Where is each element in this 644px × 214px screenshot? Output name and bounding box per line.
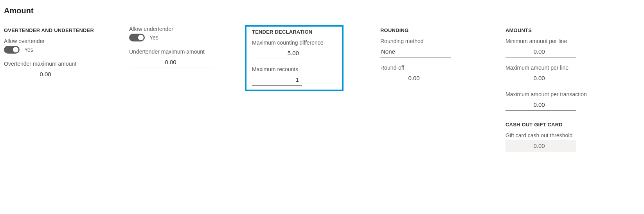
allow-undertender-toggle-text: Yes bbox=[149, 34, 158, 41]
allow-undertender-toggle[interactable] bbox=[129, 34, 145, 41]
toggle-knob bbox=[138, 35, 144, 40]
amounts-heading: AMOUNTS bbox=[505, 27, 631, 33]
allow-overtender-field: Allow overtender Yes bbox=[4, 38, 129, 54]
max-amount-per-line-label: Maximum amount per line bbox=[505, 65, 631, 71]
column-undertender: Allow undertender Yes Undertender maximu… bbox=[129, 27, 252, 75]
section-divider bbox=[4, 21, 640, 21]
allow-overtender-toggle-text: Yes bbox=[24, 47, 33, 53]
allow-undertender-label: Allow undertender bbox=[129, 26, 252, 32]
roundoff-input[interactable]: 0.00 bbox=[380, 72, 451, 84]
max-counting-diff-field: Maximum counting difference 5.00 bbox=[252, 40, 336, 59]
max-recounts-input[interactable]: 1 bbox=[252, 74, 302, 86]
max-amount-per-line-field: Maximum amount per line 0.00 bbox=[505, 65, 631, 84]
max-amount-per-line-input[interactable]: 0.00 bbox=[505, 72, 576, 84]
column-overtender: OVERTENDER AND UNDERTENDER Allow overten… bbox=[4, 27, 129, 87]
max-amount-per-transaction-label: Maximum amount per transaction bbox=[505, 91, 631, 97]
gift-card-cash-out-threshold-input: 0.00 bbox=[505, 140, 576, 152]
undertender-max-amount-label: Undertender maximum amount bbox=[129, 49, 252, 55]
rounding-heading: ROUNDING bbox=[380, 27, 505, 33]
max-counting-diff-input[interactable]: 5.00 bbox=[252, 47, 302, 59]
rounding-method-field: Rounding method None bbox=[380, 38, 505, 58]
undertender-max-amount-input[interactable]: 0.00 bbox=[129, 56, 215, 68]
overtender-max-amount-field: Overtender maximum amount 0.00 bbox=[4, 61, 129, 80]
overtender-max-amount-input[interactable]: 0.00 bbox=[4, 68, 90, 80]
column-amounts: AMOUNTS Minimum amount per line 0.00 Max… bbox=[505, 27, 631, 159]
cash-out-gift-card-heading: CASH OUT GIFT CARD bbox=[505, 122, 631, 128]
roundoff-label: Round-off bbox=[380, 65, 505, 71]
page-title: Amount bbox=[4, 4, 640, 20]
tender-declaration-highlight: TENDER DECLARATION Maximum counting diff… bbox=[245, 25, 344, 91]
allow-overtender-label: Allow overtender bbox=[4, 38, 129, 44]
toggle-knob bbox=[13, 47, 18, 52]
overtender-max-amount-label: Overtender maximum amount bbox=[4, 61, 129, 67]
min-amount-per-line-input[interactable]: 0.00 bbox=[505, 46, 576, 58]
max-counting-diff-label: Maximum counting difference bbox=[252, 40, 336, 46]
max-amount-per-transaction-field: Maximum amount per transaction 0.00 bbox=[505, 91, 631, 111]
allow-overtender-toggle[interactable] bbox=[4, 46, 20, 54]
columns-layout: OVERTENDER AND UNDERTENDER Allow overten… bbox=[4, 27, 640, 159]
min-amount-per-line-field: Minimum amount per line 0.00 bbox=[505, 38, 631, 58]
allow-overtender-toggle-row: Yes bbox=[4, 46, 129, 54]
amount-config-page: Amount OVERTENDER AND UNDERTENDER Allow … bbox=[0, 0, 644, 167]
min-amount-per-line-label: Minimum amount per line bbox=[505, 38, 631, 44]
rounding-method-label: Rounding method bbox=[380, 38, 505, 44]
gift-card-cash-out-threshold-label: Gift card cash out threshold bbox=[505, 132, 631, 138]
gift-card-cash-out-threshold-field: Gift card cash out threshold 0.00 bbox=[505, 132, 631, 152]
undertender-max-amount-field: Undertender maximum amount 0.00 bbox=[129, 49, 252, 68]
rounding-method-select[interactable]: None bbox=[380, 46, 451, 58]
allow-undertender-toggle-row: Yes bbox=[129, 34, 252, 41]
column-rounding: ROUNDING Rounding method None Round-off … bbox=[380, 27, 505, 91]
overtender-undertender-heading: OVERTENDER AND UNDERTENDER bbox=[4, 27, 129, 33]
max-amount-per-transaction-input[interactable]: 0.00 bbox=[505, 99, 576, 111]
max-recounts-label: Maximum recounts bbox=[252, 66, 336, 72]
allow-undertender-field: Allow undertender Yes bbox=[129, 26, 252, 41]
max-recounts-field: Maximum recounts 1 bbox=[252, 66, 336, 86]
column-tender-declaration: TENDER DECLARATION Maximum counting diff… bbox=[252, 27, 380, 91]
tender-declaration-heading: TENDER DECLARATION bbox=[252, 29, 336, 35]
roundoff-field: Round-off 0.00 bbox=[380, 65, 505, 84]
